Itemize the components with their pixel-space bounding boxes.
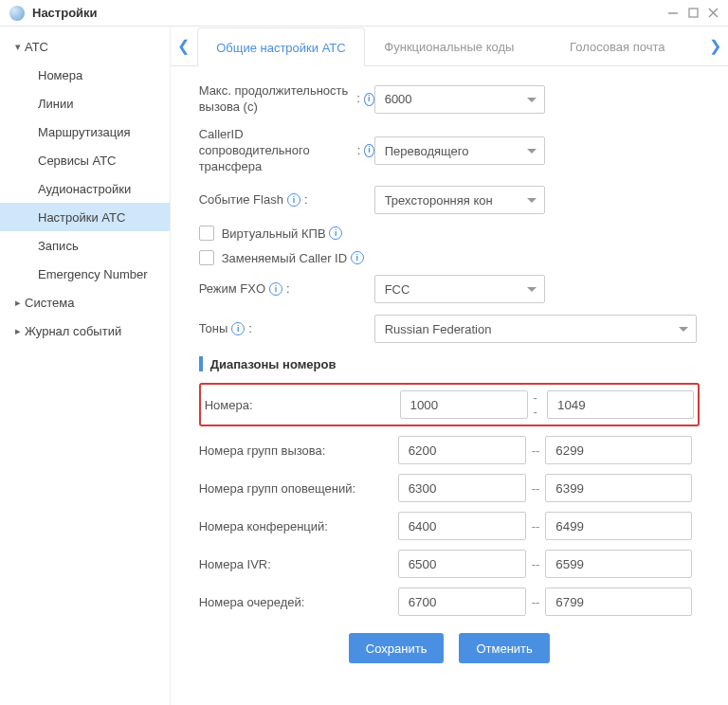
sidebar-item-atc-settings[interactable]: Настройки АТС <box>0 203 170 231</box>
sidebar-item-emergency[interactable]: Emergency Number <box>0 260 170 288</box>
input-queues-start[interactable] <box>398 588 526 616</box>
section-number-ranges: Диапазоны номеров <box>199 356 700 371</box>
tab-general[interactable]: Общие настройки АТС <box>197 27 365 66</box>
sidebar-item-routing[interactable]: Маршрутизация <box>0 118 170 146</box>
input-callgroups-end[interactable] <box>545 436 692 464</box>
label-virtual-kpv: Виртуальный КПВ <box>222 226 326 241</box>
range-row-numbers: Номера: -- <box>199 383 700 426</box>
select-fxo-mode[interactable]: FCC <box>374 275 545 303</box>
content-area: ❮ Общие настройки АТС Функциональные код… <box>171 27 728 705</box>
svg-rect-1 <box>689 9 698 17</box>
range-row-call-groups: Номера групп вызова: -- <box>199 436 700 464</box>
form-area: Макс. продолжительность вызова (с): i 60… <box>171 66 728 680</box>
maximize-button[interactable] <box>688 8 699 18</box>
sidebar-label: АТС <box>25 40 48 54</box>
select-flash-event[interactable]: Трехсторонняя кон <box>374 186 545 214</box>
input-numbers-end[interactable] <box>547 390 694 419</box>
sidebar: ▾ АТС Номера Линии Маршрутизация Сервисы… <box>0 27 171 705</box>
sidebar-item-log[interactable]: ▸ Журнал событий <box>0 316 170 345</box>
input-ivr-start[interactable] <box>398 550 526 578</box>
cancel-button[interactable]: Отменить <box>459 633 549 663</box>
sidebar-item-numbers[interactable]: Номера <box>0 61 170 89</box>
input-numbers-start[interactable] <box>400 390 528 419</box>
input-notifygroups-end[interactable] <box>545 474 692 502</box>
label-callerid-transfer: CallerID сопроводительного трансфера: i <box>199 127 374 175</box>
window-title: Настройки <box>32 6 658 20</box>
input-notifygroups-start[interactable] <box>398 474 526 502</box>
select-max-call-duration[interactable]: 6000 <box>374 85 545 114</box>
label-max-call-duration: Макс. продолжительность вызова (с): i <box>199 83 374 116</box>
input-callgroups-start[interactable] <box>398 436 526 464</box>
info-icon[interactable]: i <box>364 93 374 106</box>
label-flash-event: Событие Flash i: <box>199 192 374 208</box>
chevron-right-icon: ▸ <box>11 297 25 309</box>
label-replace-callerid: Заменяемый Caller ID <box>222 251 347 265</box>
action-bar: Сохранить Отменить <box>199 633 700 663</box>
chevron-down-icon: ▾ <box>11 41 25 53</box>
tab-voicemail[interactable]: Голосовая почта <box>534 27 701 65</box>
select-tones[interactable]: Russian Federation <box>374 315 697 343</box>
range-row-queues: Номера очередей: -- <box>199 588 700 616</box>
sidebar-item-audio[interactable]: Аудионастройки <box>0 174 170 203</box>
label-fxo-mode: Режим FXO i: <box>199 281 374 298</box>
tab-function-codes[interactable]: Функциональные коды <box>365 27 533 65</box>
info-icon[interactable]: i <box>231 322 245 335</box>
input-conferences-end[interactable] <box>545 512 692 540</box>
range-row-notify-groups: Номера групп оповещений: -- <box>199 474 700 502</box>
info-icon[interactable]: i <box>269 282 282 296</box>
label-tones: Тоны i: <box>199 321 374 337</box>
sidebar-item-lines[interactable]: Линии <box>0 89 170 118</box>
chevron-right-icon: ▸ <box>11 325 25 337</box>
save-button[interactable]: Сохранить <box>349 633 445 663</box>
titlebar: Настройки <box>0 0 728 27</box>
info-icon[interactable]: i <box>364 144 373 157</box>
input-ivr-end[interactable] <box>545 550 692 578</box>
select-callerid-transfer[interactable]: Переводящего <box>374 136 545 165</box>
tab-scroll-left[interactable]: ❮ <box>171 37 197 55</box>
sidebar-item-services[interactable]: Сервисы АТС <box>0 146 170 174</box>
app-icon <box>9 6 25 21</box>
range-row-conferences: Номера конференций: -- <box>199 512 700 540</box>
input-conferences-start[interactable] <box>398 512 526 540</box>
sidebar-item-atc[interactable]: ▾ АТС <box>0 32 170 61</box>
info-icon[interactable]: i <box>329 226 342 240</box>
tab-scroll-right[interactable]: ❯ <box>701 37 728 55</box>
tab-bar: ❮ Общие настройки АТС Функциональные код… <box>171 27 728 66</box>
sidebar-item-system[interactable]: ▸ Система <box>0 288 170 316</box>
minimize-button[interactable] <box>667 8 679 19</box>
info-icon[interactable]: i <box>351 251 364 264</box>
sidebar-item-recording[interactable]: Запись <box>0 231 170 260</box>
close-button[interactable] <box>708 8 719 18</box>
checkbox-virtual-kpv[interactable] <box>199 226 214 241</box>
input-queues-end[interactable] <box>545 588 692 616</box>
info-icon[interactable]: i <box>287 193 300 207</box>
checkbox-replace-callerid[interactable] <box>199 250 214 265</box>
range-row-ivr: Номера IVR: -- <box>199 550 700 578</box>
